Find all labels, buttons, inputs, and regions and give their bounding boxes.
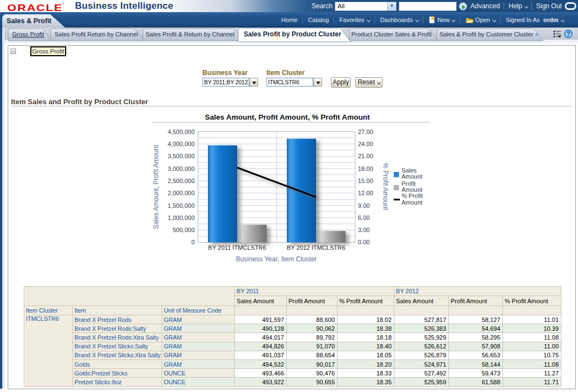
svg-text:21.00: 21.00 xyxy=(358,153,373,159)
svg-text:2,000,000: 2,000,000 xyxy=(168,190,195,196)
svg-text:0: 0 xyxy=(191,239,195,245)
svg-text:Amount: Amount xyxy=(402,173,422,180)
svg-text:% Profit: % Profit xyxy=(402,192,423,199)
svg-text:12.00: 12.00 xyxy=(358,190,373,196)
svg-text:BY 2011 ITMCLSTR6: BY 2011 ITMCLSTR6 xyxy=(208,244,266,251)
svg-text:15.00: 15.00 xyxy=(358,178,373,184)
svg-text:4,500,000: 4,500,000 xyxy=(168,128,195,135)
svg-text:% Profit Amount: % Profit Amount xyxy=(382,163,389,211)
svg-text:18.00: 18.00 xyxy=(358,165,373,172)
svg-text:Business Year, Item Cluster: Business Year, Item Cluster xyxy=(236,255,317,263)
svg-text:Gross Profit: Gross Profit xyxy=(12,31,44,37)
svg-text:Sales Amount, Profit Amount: Sales Amount, Profit Amount xyxy=(152,144,160,229)
svg-text:Sales & Profit by Customer Clu: Sales & Profit by Customer Cluster » xyxy=(440,31,538,37)
svg-text:Product Cluster Sales & Profit: Product Cluster Sales & Profit xyxy=(351,31,432,37)
svg-text:Sales Profit Return by Channel: Sales Profit Return by Channel xyxy=(55,31,138,37)
svg-text:3,500,000: 3,500,000 xyxy=(168,153,195,159)
svg-text:?: ? xyxy=(566,30,570,38)
svg-text:24.00: 24.00 xyxy=(358,141,373,147)
svg-text:2,500,000: 2,500,000 xyxy=(168,178,195,184)
svg-text:Amount: Amount xyxy=(402,186,422,193)
svg-text:27.00: 27.00 xyxy=(358,128,373,135)
svg-text:4,000,000: 4,000,000 xyxy=(168,141,195,147)
svg-text:Sales Profit & Return by Chann: Sales Profit & Return by Channel xyxy=(146,31,234,37)
svg-text:500,000: 500,000 xyxy=(173,227,195,233)
svg-text:3,000,000: 3,000,000 xyxy=(168,165,195,172)
svg-text:Sales Amount, Profit Amount, %: Sales Amount, Profit Amount, % Profit Am… xyxy=(205,113,370,121)
svg-text:Amount: Amount xyxy=(402,199,422,206)
svg-text:9.00: 9.00 xyxy=(358,202,370,209)
svg-text:1,500,000: 1,500,000 xyxy=(168,202,195,209)
svg-text:0.00: 0.00 xyxy=(358,239,370,245)
svg-text:BY 2012 ITMCLSTR6: BY 2012 ITMCLSTR6 xyxy=(287,244,345,251)
svg-text:6.00: 6.00 xyxy=(358,214,370,221)
svg-text:1,000,000: 1,000,000 xyxy=(168,214,195,221)
svg-text:Sales Profit by Product Cluste: Sales Profit by Product Cluster xyxy=(244,30,341,38)
svg-text:3.00: 3.00 xyxy=(358,227,370,233)
